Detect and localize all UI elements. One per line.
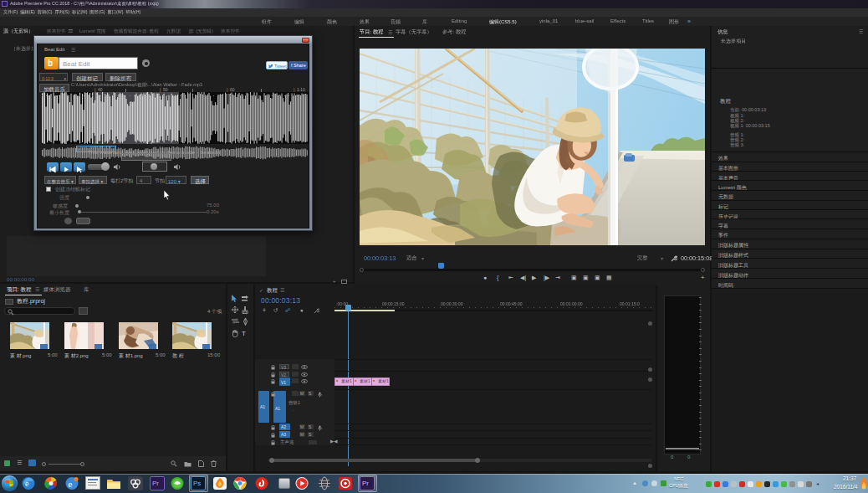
svg-text:e: e (25, 479, 29, 488)
svg-text:e: e (69, 479, 73, 489)
